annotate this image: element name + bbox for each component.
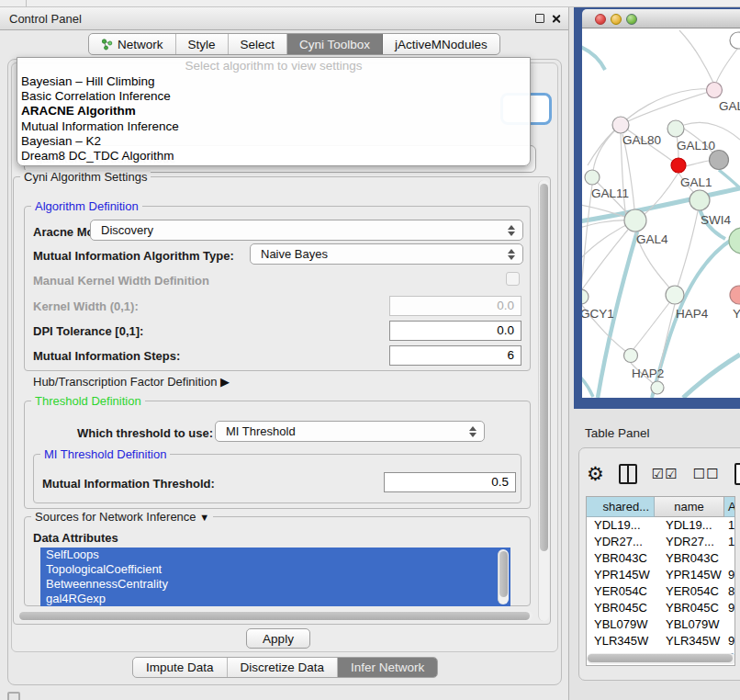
mac-close-button[interactable] — [595, 14, 606, 25]
tab-jactivemnodules[interactable]: jActiveMNodules — [383, 34, 499, 54]
network-node-hap4[interactable] — [666, 286, 684, 304]
settings-horizontal-scrollbar[interactable] — [18, 611, 533, 621]
horizontal-scrollbar-thumb[interactable] — [19, 612, 530, 620]
network-node-swi4[interactable] — [729, 228, 740, 254]
dropdown-item-selected[interactable]: ARACNE Algorithm — [17, 104, 530, 119]
chevron-updown-icon — [508, 248, 515, 261]
network-node-selected-red[interactable] — [671, 158, 686, 173]
table-row[interactable]: YBR045CYBR045C9. — [587, 600, 735, 616]
dpi-tolerance-input[interactable]: 0.0 — [389, 321, 521, 341]
network-node-hap2[interactable] — [624, 349, 638, 363]
tab-network[interactable]: Network — [89, 34, 176, 54]
table-row[interactable]: YDL19...YDL19...13 — [587, 517, 735, 534]
network-node[interactable] — [707, 83, 723, 98]
network-node-gray[interactable] — [710, 151, 729, 170]
network-icon — [101, 39, 113, 51]
mac-minimize-button[interactable] — [611, 14, 622, 25]
network-node[interactable] — [651, 381, 664, 394]
mi-threshold-input[interactable]: 0.5 — [384, 472, 516, 492]
hub-definition-label: Hub/Transcription Factor Definition — [33, 375, 217, 389]
attributes-scrollbar-thumb[interactable] — [499, 551, 508, 597]
settings-scrollbar-thumb[interactable] — [540, 184, 548, 551]
column-header-clipped[interactable]: A — [724, 497, 735, 517]
tab-style[interactable]: Style — [176, 34, 229, 54]
dropdown-item[interactable]: Bayesian – Hill Climbing — [17, 74, 530, 89]
deselect-all-rows-icon[interactable]: ☐☐ — [693, 466, 720, 482]
tab-discretize-data[interactable]: Discretize Data — [228, 658, 339, 677]
table-row[interactable]: YPR145WYPR145W9. — [587, 567, 735, 583]
network-node[interactable] — [730, 32, 740, 49]
dropdown-item[interactable]: Bayesian – K2 — [17, 134, 530, 149]
attribute-item[interactable]: gal4RGexp — [40, 592, 510, 606]
network-node-gal4[interactable] — [624, 209, 646, 231]
table-row[interactable]: YBR043CYBR043C — [587, 550, 735, 567]
aracne-mode-combobox[interactable]: Discovery — [90, 220, 523, 241]
sources-group-title[interactable]: Sources for Network Inference ▼ — [31, 510, 213, 524]
minimized-panel-icon[interactable] — [7, 692, 20, 700]
mi-algorithm-type-combobox[interactable]: Naive Bayes — [250, 243, 523, 265]
close-icon[interactable] — [551, 14, 561, 24]
cell: YDL19... — [587, 517, 655, 534]
which-threshold-combobox[interactable]: MI Threshold — [215, 421, 485, 442]
page-icon[interactable] — [734, 463, 740, 485]
network-node-gal1[interactable] — [690, 190, 710, 210]
table-row[interactable]: YLR345WYLR345W9. — [587, 633, 735, 649]
data-attributes-list: SelfLoops TopologicalCoefficient Between… — [40, 548, 510, 606]
node-label-gal1: GAL1 — [680, 175, 712, 189]
tab-impute-data[interactable]: Impute Data — [133, 658, 228, 677]
which-threshold-label: Which threshold to use: — [77, 426, 213, 440]
table-horizontal-scrollbar[interactable] — [587, 653, 735, 664]
network-node-gal80[interactable] — [612, 117, 629, 133]
mi-threshold-definition-title: MI Threshold Definition — [40, 447, 170, 461]
settings-vertical-scrollbar[interactable] — [538, 180, 549, 621]
network-window-titlebar[interactable] — [582, 9, 740, 28]
kernel-width-input[interactable]: 0.0 — [389, 296, 521, 316]
network-canvas[interactable]: GAL GAL80 GAL10 GAL1 GAL11 SWI4 GAL4 GCY… — [582, 28, 740, 398]
bottom-tabbar: Impute Data Discretize Data Infer Networ… — [132, 657, 438, 678]
cell: 9. — [724, 600, 735, 616]
control-panel-tabbar: Network Style Select Cyni Toolbox jActiv… — [88, 33, 500, 55]
attribute-item[interactable]: SelfLoops — [40, 548, 510, 562]
table-row[interactable]: YBL079WYBL079W — [587, 616, 735, 633]
column-header-shared[interactable]: shared... — [587, 497, 655, 517]
cell: YBL079W — [587, 616, 655, 633]
table-panel: ⚙ ☑☑ ☐☐ shared... name A YDL19...YDL19..… — [578, 447, 740, 681]
attribute-item[interactable]: BetweennessCentrality — [40, 577, 510, 592]
hub-definition-toggle[interactable]: Hub/Transcription Factor Definition ▶ — [33, 375, 230, 389]
control-panel-window: Control Panel Network Style Select Cyni … — [0, 7, 569, 700]
table-scrollbar-thumb[interactable] — [588, 654, 733, 662]
node-table: shared... name A YDL19...YDL19...13 YDR2… — [586, 496, 735, 666]
gear-icon[interactable]: ⚙ — [587, 465, 604, 483]
node-label-gcy1: GCY1 — [582, 307, 614, 321]
dropdown-item[interactable]: Basic Correlation Inference — [17, 89, 530, 104]
tab-infer-network[interactable]: Infer Network — [338, 658, 437, 677]
algorithm-definition-title: Algorithm Definition — [31, 199, 142, 213]
mi-steps-input[interactable]: 6 — [389, 345, 521, 366]
dropdown-item[interactable]: Mutual Information Inference — [17, 119, 530, 134]
split-columns-icon[interactable] — [619, 464, 637, 484]
cell: YBR045C — [655, 600, 724, 616]
manual-kernel-width-checkbox[interactable] — [506, 272, 520, 286]
node-label: GAL — [719, 99, 740, 113]
network-node-gal11[interactable] — [585, 170, 600, 185]
select-all-rows-icon[interactable]: ☑☑ — [652, 466, 678, 482]
mac-zoom-button[interactable] — [626, 14, 637, 25]
sources-title-text: Sources for Network Inference — [35, 510, 196, 524]
apply-button[interactable]: Apply — [246, 628, 310, 649]
attribute-item[interactable]: TopologicalCoefficient — [40, 562, 510, 577]
dropdown-item[interactable]: Dream8 DC_TDC Algorithm — [17, 149, 530, 164]
cell: YBL079W — [655, 616, 724, 633]
column-header-name[interactable]: name — [655, 497, 724, 517]
network-node-gal10[interactable] — [667, 120, 684, 137]
tab-discretize-data-label: Discretize Data — [241, 660, 325, 674]
table-row[interactable]: YDR27...YDR27...12 — [587, 534, 735, 550]
tab-cyni-toolbox[interactable]: Cyni Toolbox — [287, 34, 383, 54]
network-node-gcy1[interactable] — [582, 289, 589, 304]
tab-select[interactable]: Select — [229, 34, 288, 54]
node-label-gal11: GAL11 — [591, 186, 629, 200]
network-node-salmon[interactable] — [730, 286, 740, 304]
attributes-vertical-scrollbar[interactable] — [498, 549, 509, 604]
float-window-icon[interactable] — [535, 14, 544, 23]
table-row[interactable]: YER054CYER054C8. — [587, 583, 735, 600]
node-label-gal10: GAL10 — [677, 139, 715, 152]
